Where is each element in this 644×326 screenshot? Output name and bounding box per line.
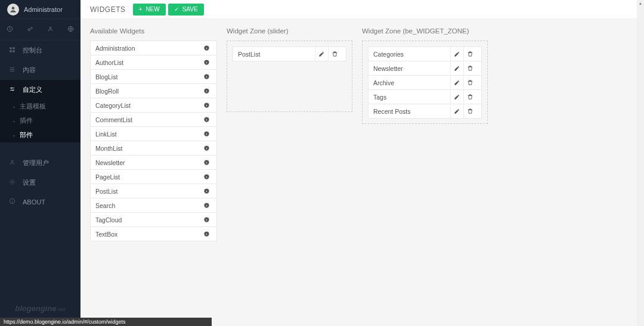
available-widget-row[interactable]: PageList — [90, 169, 217, 184]
available-widget-row[interactable]: MonthList — [90, 141, 217, 156]
info-icon[interactable] — [201, 72, 212, 82]
clock-icon[interactable] — [7, 26, 13, 34]
zone-widget-label: Tags — [373, 94, 450, 101]
available-widget-row[interactable]: Administration — [90, 41, 217, 55]
zone-slider-column: Widget Zone (slider) PostList — [227, 27, 352, 112]
nav-custom-label: 自定义 — [23, 85, 42, 94]
nav-custom-subnav: 主题模板 插件 部件 — [0, 100, 80, 142]
subnav-widgets[interactable]: 部件 — [0, 128, 80, 142]
svg-point-12 — [11, 181, 13, 183]
svg-point-11 — [11, 160, 13, 162]
delete-icon[interactable] — [463, 47, 476, 61]
nav-content[interactable]: 内容 — [0, 60, 80, 80]
delete-icon[interactable] — [463, 90, 476, 104]
info-icon — [7, 198, 17, 206]
available-widget-row[interactable]: BlogList — [90, 69, 217, 84]
widget-name-label: Administration — [95, 45, 201, 52]
zone-main-dropzone[interactable]: CategoriesNewsletterArchiveTagsRecent Po… — [362, 41, 488, 124]
scrollbar[interactable]: ▴ — [637, 0, 644, 326]
avatar-user-icon — [9, 5, 17, 14]
available-widget-row[interactable]: Search — [90, 198, 217, 213]
edit-icon[interactable] — [450, 47, 463, 61]
nav-custom[interactable]: 自定义 — [0, 80, 80, 100]
zone-slider-dropzone[interactable]: PostList — [227, 41, 352, 112]
delete-icon[interactable] — [463, 104, 476, 119]
info-icon[interactable] — [201, 86, 212, 97]
edit-icon[interactable] — [450, 90, 463, 104]
svg-point-2 — [28, 29, 30, 31]
info-icon[interactable] — [201, 129, 212, 139]
info-icon[interactable] — [201, 143, 212, 154]
svg-point-10 — [12, 89, 13, 91]
available-widget-row[interactable]: CommentList — [90, 112, 217, 127]
svg-point-0 — [12, 7, 15, 10]
delete-icon[interactable] — [328, 47, 341, 61]
subnav-themes[interactable]: 主题模板 — [0, 100, 80, 114]
save-button[interactable]: ✓ SAVE — [168, 4, 204, 15]
zone-widget-row[interactable]: Tags — [368, 89, 482, 104]
widget-name-label: TagCloud — [95, 216, 201, 223]
zone-widget-row[interactable]: Archive — [368, 75, 482, 90]
info-icon[interactable] — [201, 215, 212, 225]
avatar[interactable] — [7, 4, 19, 15]
info-icon[interactable] — [201, 114, 212, 125]
zone-widget-row[interactable]: Recent Posts — [368, 104, 482, 119]
widget-name-label: PostList — [95, 188, 201, 195]
info-icon[interactable] — [201, 172, 212, 182]
brand-footer: blogengine.net — [0, 304, 80, 313]
new-button[interactable]: + NEW — [133, 4, 166, 15]
available-widget-row[interactable]: Newsletter — [90, 155, 217, 170]
key-icon[interactable] — [27, 26, 33, 34]
list-icon — [7, 66, 17, 74]
nav-settings[interactable]: 设置 — [0, 173, 80, 193]
widget-name-label: AuthorList — [95, 59, 201, 66]
nav-about-label: ABOUT — [23, 198, 45, 206]
page-header: WIDGETS + NEW ✓ SAVE — [80, 0, 644, 19]
available-widget-row[interactable]: TagCloud — [90, 212, 217, 227]
edit-icon[interactable] — [450, 104, 463, 119]
info-icon[interactable] — [201, 100, 212, 111]
info-icon[interactable] — [201, 43, 212, 54]
zone-widget-row[interactable]: Newsletter — [368, 61, 482, 76]
zone-widget-row[interactable]: Categories — [368, 46, 482, 61]
available-widget-row[interactable]: CategoryList — [90, 98, 217, 113]
gear-icon — [7, 179, 17, 187]
info-icon[interactable] — [201, 229, 212, 240]
nav-users[interactable]: 管理用户 — [0, 153, 80, 173]
svg-rect-7 — [10, 50, 11, 52]
edit-icon[interactable] — [315, 47, 328, 61]
info-icon[interactable] — [201, 186, 212, 197]
available-widget-row[interactable]: TextBox — [90, 226, 217, 241]
zone-widget-row[interactable]: PostList — [233, 46, 346, 61]
available-widget-row[interactable]: PostList — [90, 184, 217, 198]
nav-dashboard[interactable]: 控制台 — [0, 41, 80, 60]
users-icon — [7, 159, 17, 167]
widget-name-label: CategoryList — [95, 102, 201, 109]
available-widget-row[interactable]: BlogRoll — [90, 83, 217, 98]
delete-icon[interactable] — [463, 61, 476, 76]
widget-name-label: PageList — [95, 173, 201, 181]
nav: 控制台 内容 自定义 主题模板 插件 部件 管理用户 设置 ABOUT — [0, 41, 80, 211]
zone-widget-label: Archive — [373, 79, 450, 86]
user-icon[interactable] — [47, 26, 54, 34]
sliders-icon — [7, 86, 17, 94]
scroll-up-icon[interactable]: ▴ — [637, 0, 644, 7]
info-icon[interactable] — [201, 200, 212, 211]
edit-icon[interactable] — [450, 76, 463, 90]
info-icon[interactable] — [201, 157, 212, 168]
nav-about[interactable]: ABOUT — [0, 193, 80, 211]
subnav-plugins[interactable]: 插件 — [0, 114, 80, 128]
available-widgets-column: Available Widgets AdministrationAuthorLi… — [90, 27, 217, 241]
available-widget-row[interactable]: AuthorList — [90, 55, 217, 70]
info-icon[interactable] — [201, 57, 212, 68]
svg-rect-6 — [13, 47, 14, 49]
check-icon: ✓ — [174, 6, 179, 13]
nav-users-label: 管理用户 — [23, 159, 49, 167]
main: WIDGETS + NEW ✓ SAVE Available Widgets A… — [80, 0, 644, 326]
delete-icon[interactable] — [463, 76, 476, 90]
zone-widget-label: Newsletter — [373, 65, 450, 72]
zone-widget-label: Recent Posts — [373, 108, 450, 115]
available-widget-row[interactable]: LinkList — [90, 126, 217, 141]
edit-icon[interactable] — [450, 61, 463, 76]
globe-icon[interactable] — [67, 26, 74, 34]
